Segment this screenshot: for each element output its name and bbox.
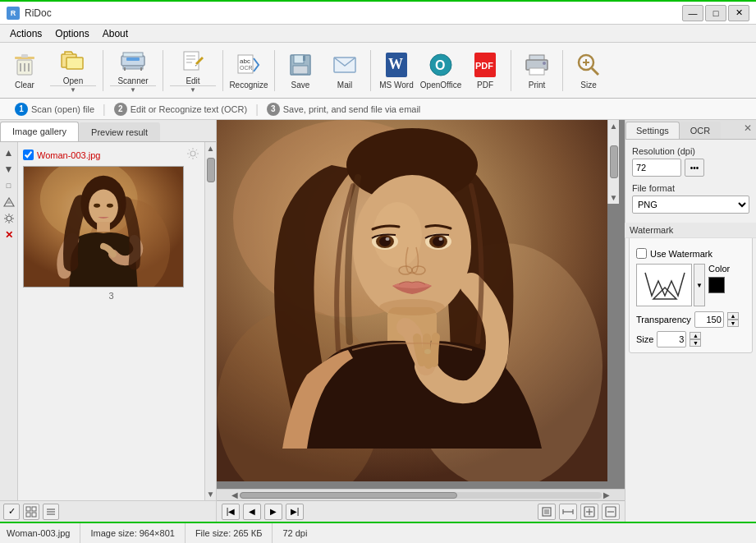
maximize-button[interactable]: □ xyxy=(705,5,726,21)
gallery-area: ▲ ▼ □ xyxy=(0,142,216,500)
h-scroll-left[interactable]: ◀ xyxy=(230,490,240,499)
toolbar-save-button[interactable]: Save xyxy=(279,46,322,95)
right-tab-settings[interactable]: Settings xyxy=(625,122,680,139)
bl-grid-button[interactable] xyxy=(23,504,39,520)
step-1: 1 Scan (open) file xyxy=(7,103,103,116)
lt-close-button[interactable]: ✕ xyxy=(2,228,16,242)
toolbar-pdf-button[interactable]: PDF PDF xyxy=(464,46,506,95)
file-format-select[interactable]: PNG JPG BMP TIFF PDF xyxy=(632,196,749,214)
step-2-num: 2 xyxy=(114,103,127,116)
size-input[interactable] xyxy=(657,331,686,347)
toolbar-size-button[interactable]: Size xyxy=(567,46,610,95)
svg-text:OCR: OCR xyxy=(240,65,253,71)
scroll-up-arrow[interactable]: ▲ xyxy=(205,142,216,154)
toolbar-msword-button[interactable]: W MS Word xyxy=(375,46,418,95)
fit-width-button[interactable] xyxy=(559,504,577,520)
nav-next-button[interactable]: ▶ xyxy=(264,504,282,520)
open-label: Open xyxy=(63,76,83,85)
size-up[interactable]: ▲ xyxy=(690,332,701,339)
close-button[interactable]: ✕ xyxy=(728,5,749,21)
svg-line-50 xyxy=(5,221,7,223)
nav-end-button[interactable]: ▶| xyxy=(286,504,304,520)
svg-line-57 xyxy=(196,157,197,158)
zoom-in-button[interactable] xyxy=(580,504,598,520)
resolution-input[interactable] xyxy=(632,159,681,177)
svg-rect-9 xyxy=(123,53,143,57)
svg-point-94 xyxy=(379,299,445,315)
lt-down-button[interactable]: ▼ xyxy=(2,162,16,177)
watermark-dropdown-button[interactable]: ▼ xyxy=(694,264,705,306)
status-imagesize: Image size: 964×801 xyxy=(80,523,185,543)
svg-line-37 xyxy=(592,68,598,75)
print-label: Print xyxy=(529,81,546,90)
h-scroll-track[interactable] xyxy=(240,492,602,499)
mail-icon xyxy=(332,52,358,78)
main-image[interactable] xyxy=(217,120,607,481)
transparency-up[interactable]: ▲ xyxy=(727,312,739,320)
scroll-down-arrow[interactable]: ▼ xyxy=(205,488,216,500)
v-scroll-up[interactable]: ▲ xyxy=(608,120,620,132)
minimize-button[interactable]: — xyxy=(682,5,703,21)
toolbar-scanner-button[interactable]: Scanner ▼ xyxy=(108,46,158,95)
scroll-thumb[interactable] xyxy=(207,158,215,182)
gallery-thumb[interactable] xyxy=(23,166,184,288)
toolbar-open-button[interactable]: Open ▼ xyxy=(48,46,99,95)
resolution-row: ••• xyxy=(632,159,749,177)
file-format-label: File format xyxy=(632,183,749,193)
open-dropdown-arrow[interactable]: ▼ xyxy=(50,85,96,94)
size-down[interactable]: ▼ xyxy=(690,339,701,347)
color-picker-button[interactable] xyxy=(708,277,725,293)
v-scroll-down[interactable]: ▼ xyxy=(608,191,620,204)
lt-mountain-button[interactable] xyxy=(2,195,16,209)
toolbar-sep-2 xyxy=(163,50,163,91)
bl-list-button[interactable] xyxy=(43,504,59,520)
toolbar-print-button[interactable]: Print xyxy=(515,46,558,95)
bottom-left-bar: ✓ xyxy=(0,500,216,522)
left-tabs: Image gallery Preview result xyxy=(0,120,216,142)
resolution-dots-button[interactable]: ••• xyxy=(685,159,704,177)
svg-point-67 xyxy=(107,204,113,208)
right-tab-ocr[interactable]: OCR xyxy=(680,122,721,139)
toolbar-recognize-button[interactable]: abc OCR Recognize xyxy=(227,46,270,95)
gallery-item-checkbox[interactable] xyxy=(23,150,34,160)
menu-actions[interactable]: Actions xyxy=(3,26,48,41)
toolbar-edit-button[interactable]: Edit ▼ xyxy=(167,46,218,95)
zoom-out-button[interactable] xyxy=(602,504,620,520)
lt-page-button[interactable]: □ xyxy=(2,178,16,193)
tab-preview-result[interactable]: Preview result xyxy=(79,122,160,141)
watermark-panel: Watermark Use Watermark xyxy=(629,227,753,353)
lt-brightness-button[interactable] xyxy=(2,211,16,226)
transparency-input[interactable] xyxy=(694,311,724,328)
svg-rect-10 xyxy=(123,66,143,69)
svg-point-91 xyxy=(439,237,443,241)
nav-prev-button[interactable]: ◀ xyxy=(243,504,261,520)
scanner-dropdown-arrow[interactable]: ▼ xyxy=(110,85,156,94)
use-watermark-checkbox[interactable] xyxy=(636,248,647,259)
step-2: 2 Edit or Recognize text (OCR) xyxy=(106,103,255,116)
right-panel-close[interactable]: ✕ xyxy=(741,122,754,135)
svg-rect-24 xyxy=(303,56,305,61)
toolbar-sep-3 xyxy=(222,50,223,91)
edit-dropdown-arrow[interactable]: ▼ xyxy=(170,85,216,94)
menu-about[interactable]: About xyxy=(96,26,135,41)
status-filename: Woman-003.jpg xyxy=(7,523,80,543)
msword-label: MS Word xyxy=(379,81,414,90)
size-row: Size ▲ ▼ xyxy=(636,331,745,347)
h-scroll-right[interactable]: ▶ xyxy=(602,490,612,499)
tab-image-gallery[interactable]: Image gallery xyxy=(0,122,79,141)
menu-options[interactable]: Options xyxy=(48,26,95,41)
toolbar-mail-button[interactable]: Mail xyxy=(323,46,366,95)
lt-up-button[interactable]: ▲ xyxy=(2,145,16,160)
v-scroll-thumb[interactable] xyxy=(610,145,618,178)
toolbar-clear-button[interactable]: Clear xyxy=(3,46,46,95)
save-icon xyxy=(287,52,314,78)
fit-page-button[interactable] xyxy=(538,504,556,520)
nav-start-button[interactable]: |◀ xyxy=(222,504,240,520)
transparency-down[interactable]: ▼ xyxy=(727,320,739,327)
svg-rect-105 xyxy=(637,265,692,306)
toolbar-openoffice-button[interactable]: O OpenOffice xyxy=(419,46,462,95)
svg-rect-7 xyxy=(66,58,83,69)
bl-check-button[interactable]: ✓ xyxy=(3,504,20,520)
svg-point-66 xyxy=(94,204,100,208)
h-scroll-thumb[interactable] xyxy=(240,492,457,499)
